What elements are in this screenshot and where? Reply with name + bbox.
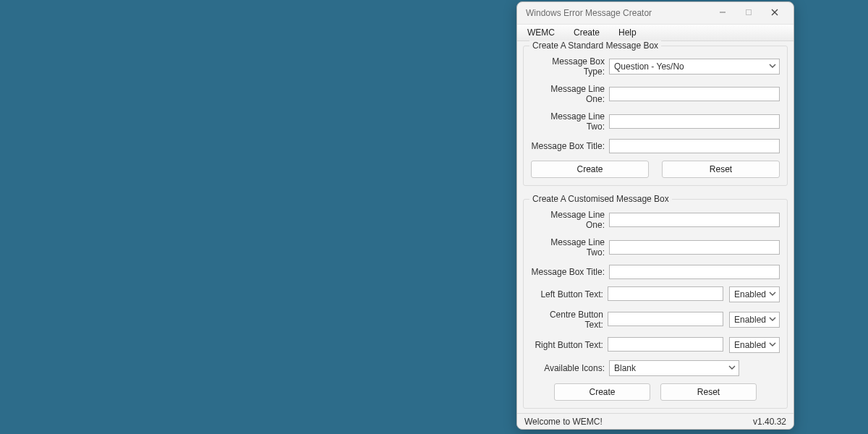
cst-create-button[interactable]: Create xyxy=(554,383,650,401)
icons-label: Available Icons: xyxy=(531,363,609,373)
menu-help[interactable]: Help xyxy=(616,26,639,39)
custom-group: Create A Customised Message Box Message … xyxy=(523,199,788,409)
row-std-title: Message Box Title: xyxy=(531,139,780,153)
type-select-value: Question - Yes/No xyxy=(614,61,684,72)
standard-legend: Create A Standard Message Box xyxy=(529,41,661,51)
row-cst-line2: Message Line Two: xyxy=(531,237,780,258)
right-btn-label: Right Button Text: xyxy=(531,340,608,350)
std-line1-input[interactable] xyxy=(609,87,780,101)
cst-line1-input[interactable] xyxy=(609,213,780,227)
row-type: Message Box Type: Question - Yes/No xyxy=(531,56,780,77)
right-btn-state-select[interactable]: Enabled xyxy=(729,337,780,353)
centre-btn-state-value: Enabled xyxy=(734,315,766,325)
standard-group: Create A Standard Message Box Message Bo… xyxy=(523,46,788,186)
status-right: v1.40.32 xyxy=(753,417,786,427)
left-btn-label: Left Button Text: xyxy=(531,289,608,299)
maximize-button[interactable] xyxy=(736,3,762,23)
std-button-row: Create Reset xyxy=(531,161,780,178)
std-reset-button[interactable]: Reset xyxy=(662,161,780,178)
menubar: WEMC Create Help xyxy=(517,24,793,41)
chevron-down-icon xyxy=(728,363,736,373)
std-title-label: Message Box Title: xyxy=(531,141,609,151)
close-icon xyxy=(771,8,778,18)
icons-select-value: Blank xyxy=(614,363,636,373)
custom-legend: Create A Customised Message Box xyxy=(529,194,672,204)
row-left-btn: Left Button Text: Enabled xyxy=(531,286,780,302)
type-label: Message Box Type: xyxy=(531,56,609,77)
client-area: Create A Standard Message Box Message Bo… xyxy=(517,41,793,409)
status-left: Welcome to WEMC! xyxy=(524,417,603,427)
app-window: Windows Error Message Creator WEMC Creat… xyxy=(516,1,794,430)
right-btn-state-value: Enabled xyxy=(734,340,766,350)
cst-line2-input[interactable] xyxy=(609,240,780,255)
titlebar[interactable]: Windows Error Message Creator xyxy=(517,2,793,24)
left-btn-state-select[interactable]: Enabled xyxy=(729,286,780,302)
left-btn-input[interactable] xyxy=(608,286,723,301)
centre-btn-label: Centre Button Text: xyxy=(531,310,608,330)
minimize-icon xyxy=(719,8,726,18)
window-controls xyxy=(710,3,788,23)
left-btn-state-value: Enabled xyxy=(734,289,766,299)
row-std-line1: Message Line One: xyxy=(531,84,780,104)
icons-select[interactable]: Blank xyxy=(609,360,739,376)
row-std-line2: Message Line Two: xyxy=(531,111,780,132)
std-create-button[interactable]: Create xyxy=(531,161,649,178)
centre-btn-state-select[interactable]: Enabled xyxy=(729,312,780,328)
std-line2-label: Message Line Two: xyxy=(531,111,609,132)
cst-reset-button[interactable]: Reset xyxy=(660,383,757,401)
centre-btn-input[interactable] xyxy=(608,312,723,326)
chevron-down-icon xyxy=(769,289,776,299)
std-line2-input[interactable] xyxy=(609,114,780,129)
row-icons: Available Icons: Blank xyxy=(531,360,780,376)
minimize-button[interactable] xyxy=(710,3,736,23)
chevron-down-icon xyxy=(769,340,776,350)
window-title: Windows Error Message Creator xyxy=(526,8,710,18)
std-title-input[interactable] xyxy=(609,139,780,153)
std-line1-label: Message Line One: xyxy=(531,84,609,104)
cst-title-input[interactable] xyxy=(609,265,780,279)
right-btn-input[interactable] xyxy=(608,337,723,352)
menu-create[interactable]: Create xyxy=(571,26,603,39)
cst-line1-label: Message Line One: xyxy=(531,210,609,230)
chevron-down-icon xyxy=(769,61,776,72)
close-button[interactable] xyxy=(762,3,788,23)
chevron-down-icon xyxy=(769,315,776,325)
row-cst-title: Message Box Title: xyxy=(531,265,780,279)
cst-button-row: Create Reset xyxy=(531,383,780,401)
svg-rect-1 xyxy=(746,10,752,15)
statusbar: Welcome to WEMC! v1.40.32 xyxy=(517,413,793,429)
type-select[interactable]: Question - Yes/No xyxy=(609,59,780,75)
cst-line2-label: Message Line Two: xyxy=(531,237,609,258)
row-cst-line1: Message Line One: xyxy=(531,210,780,230)
maximize-icon xyxy=(745,8,752,18)
row-right-btn: Right Button Text: Enabled xyxy=(531,337,780,353)
cst-title-label: Message Box Title: xyxy=(531,267,609,277)
menu-wemc[interactable]: WEMC xyxy=(524,26,558,39)
row-centre-btn: Centre Button Text: Enabled xyxy=(531,310,780,330)
